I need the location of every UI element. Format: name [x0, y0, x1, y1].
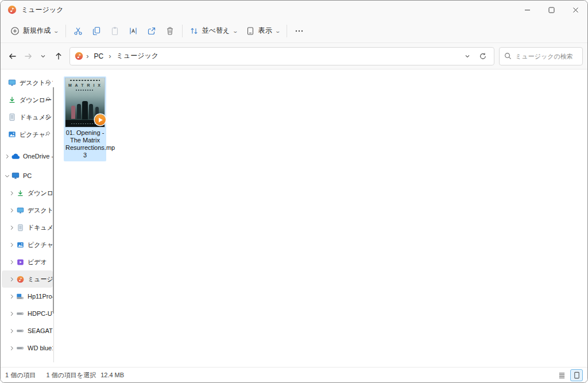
- up-icon[interactable]: [51, 48, 67, 65]
- address-row: › PC › ミュージック: [1, 43, 587, 69]
- refresh-icon[interactable]: [477, 52, 489, 60]
- rename-button[interactable]: [124, 22, 142, 40]
- chevron-right-icon[interactable]: [7, 208, 16, 213]
- search-icon: [504, 52, 512, 60]
- pin-icon: [45, 79, 51, 85]
- sidebar-item-desktop-pinned[interactable]: デスクトップ: [2, 74, 53, 91]
- window-title: ミュージック: [21, 5, 63, 15]
- breadcrumb-music[interactable]: ミュージック: [114, 50, 161, 62]
- sidebar-item-label: SEAGATE Black: [28, 327, 53, 334]
- file-thumbnail[interactable]: M A T R I X: [65, 78, 105, 127]
- selection-count: 1 個の項目を選択: [46, 371, 96, 380]
- sidebar-item-pc-pictures[interactable]: ピクチャ: [2, 236, 53, 253]
- chevron-right-icon[interactable]: [7, 225, 16, 230]
- sidebar-item-pc-desktop[interactable]: デスクトップ: [2, 202, 53, 219]
- chevron-right-icon[interactable]: [7, 328, 16, 334]
- chevron-right-icon[interactable]: [7, 277, 16, 282]
- sidebar-item-drive-hdpc-ut[interactable]: HDPC-UT (F:): [2, 305, 53, 322]
- chevron-right-icon[interactable]: [7, 346, 16, 351]
- sidebar-item-pc[interactable]: PC: [2, 167, 53, 184]
- view-button[interactable]: 表示 ⌄: [242, 22, 284, 40]
- sidebar-item-onedrive[interactable]: OneDrive - Perso: [2, 148, 53, 165]
- share-button[interactable]: [142, 22, 161, 40]
- command-toolbar: 新規作成 ⌄: [1, 19, 587, 43]
- sidebar-item-pc-videos[interactable]: ビデオ: [2, 253, 53, 270]
- sort-button[interactable]: 並べ替え ⌄: [185, 22, 242, 40]
- sidebar-item-pc-music[interactable]: ミュージック: [2, 270, 53, 288]
- window-controls: [515, 1, 587, 19]
- sidebar-item-label: ダウンロード: [28, 189, 53, 198]
- toolbar-separator: [65, 25, 66, 37]
- search-box[interactable]: [499, 47, 583, 65]
- search-input[interactable]: [515, 53, 578, 60]
- view-button-label: 表示: [258, 26, 272, 36]
- plus-circle-icon: [10, 26, 20, 36]
- back-icon[interactable]: [5, 48, 21, 65]
- drive-icon: [16, 310, 25, 318]
- toolbar-separator: [182, 25, 183, 37]
- poster-figure: [89, 104, 93, 119]
- sidebar-item-label: ビデオ: [28, 258, 47, 266]
- file-item-selected[interactable]: M A T R I X 01. Opening - The Matrix Res…: [64, 76, 106, 161]
- sidebar-item-label: デスクトップ: [28, 206, 53, 215]
- history-chevron-icon[interactable]: [36, 48, 51, 65]
- details-view-icon[interactable]: [555, 369, 568, 381]
- chevron-right-icon[interactable]: [7, 191, 16, 196]
- sidebar-item-pc-documents[interactable]: ドキュメント: [2, 219, 53, 236]
- pictures-icon: [16, 241, 25, 249]
- chevron-right-icon[interactable]: [3, 154, 11, 159]
- more-button[interactable]: [290, 22, 308, 40]
- scissors-icon: [74, 26, 83, 36]
- sidebar-item-drive-seagate[interactable]: SEAGATE Black: [2, 322, 53, 339]
- music-folder-icon: [7, 5, 17, 14]
- explorer-body: デスクトップ ダウンロード ドキュメント: [1, 70, 587, 367]
- downloads-icon: [7, 96, 17, 104]
- copy-button[interactable]: [87, 22, 106, 40]
- sidebar-item-label: OneDrive - Perso: [23, 153, 53, 160]
- chevron-right-icon[interactable]: [7, 260, 16, 265]
- chevron-down-icon: ⌄: [53, 28, 59, 34]
- sidebar-item-pc-downloads[interactable]: ダウンロード: [2, 184, 53, 202]
- chevron-right-icon[interactable]: [7, 242, 16, 247]
- chevron-down-icon[interactable]: [3, 173, 11, 179]
- large-thumbnail-view-icon[interactable]: [570, 369, 583, 381]
- file-list-area[interactable]: M A T R I X 01. Opening - The Matrix Res…: [54, 70, 587, 367]
- sort-button-label: 並べ替え: [202, 26, 230, 36]
- pictures-icon: [7, 130, 17, 138]
- minimize-icon[interactable]: [515, 1, 539, 19]
- poster-title: M A T R I X: [65, 83, 105, 87]
- cut-button[interactable]: [69, 22, 87, 40]
- drive-icon: [16, 344, 25, 352]
- delete-button[interactable]: [161, 22, 179, 40]
- poster-bottom-text-line: [71, 123, 95, 125]
- sidebar-item-documents-pinned[interactable]: ドキュメント: [2, 109, 53, 126]
- maximize-icon[interactable]: [539, 1, 563, 19]
- sidebar-item-pictures-pinned[interactable]: ピクチャ: [2, 126, 53, 143]
- new-button[interactable]: 新規作成 ⌄: [6, 22, 63, 40]
- play-overlay-icon[interactable]: [95, 114, 106, 125]
- close-icon[interactable]: [563, 1, 587, 19]
- paste-button[interactable]: [106, 22, 124, 40]
- music-folder-icon: [16, 276, 25, 283]
- chevron-right-icon[interactable]: [7, 311, 16, 316]
- sidebar-item-label: ピクチャ: [28, 241, 53, 249]
- sidebar-item-label: WD blue1 750g: [28, 345, 53, 351]
- sidebar-item-drive-wd-blue[interactable]: WD blue1 750g: [2, 339, 53, 357]
- poster-subtitle-line: [76, 90, 94, 91]
- sidebar-item-downloads-pinned[interactable]: ダウンロード: [2, 91, 53, 109]
- pin-icon: [45, 131, 51, 137]
- forward-icon[interactable]: [21, 48, 36, 65]
- poster-figure: [77, 104, 81, 119]
- system-drive-icon: [16, 292, 25, 300]
- sidebar-item-drive-hp11pro[interactable]: Hp11Pro-22h2-: [2, 288, 53, 305]
- chevron-down-icon: ⌄: [233, 28, 239, 34]
- onedrive-cloud-icon: [11, 153, 20, 160]
- poster-credits-line: [70, 80, 100, 81]
- chevron-down-icon[interactable]: [461, 53, 474, 59]
- chevron-right-icon[interactable]: [7, 294, 16, 299]
- address-bar[interactable]: › PC › ミュージック: [69, 47, 494, 65]
- downloads-icon: [16, 189, 25, 197]
- breadcrumb-pc[interactable]: PC: [92, 51, 106, 61]
- view-icon: [246, 26, 255, 36]
- sidebar-item-label: PC: [23, 172, 32, 179]
